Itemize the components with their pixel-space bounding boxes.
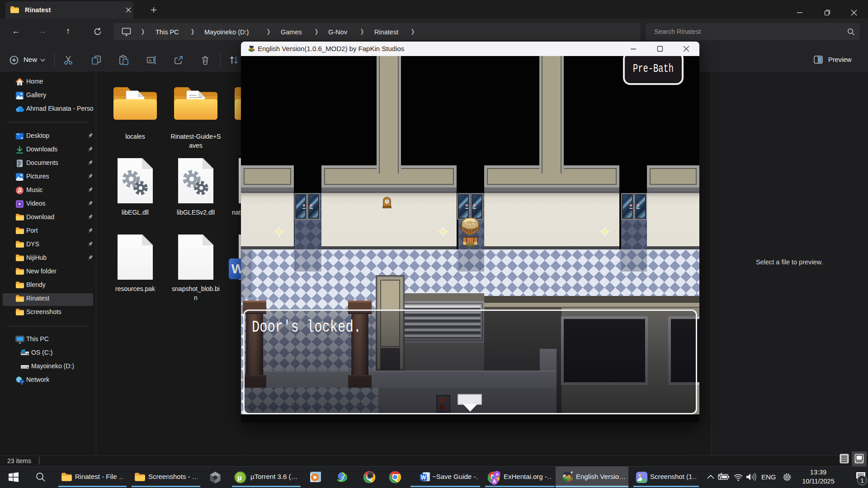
svg-text:A: A xyxy=(149,58,151,63)
svg-text:W: W xyxy=(421,474,426,481)
svg-text:A: A xyxy=(496,472,499,477)
svg-text:µ: µ xyxy=(237,474,242,482)
svg-text:A: A xyxy=(493,479,496,484)
